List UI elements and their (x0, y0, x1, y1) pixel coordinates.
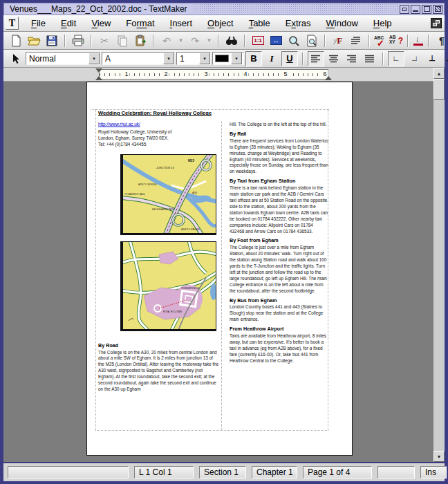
bold-button[interactable]: B (245, 51, 262, 66)
rhul-hyperlink[interactable]: http://www.rhul.ac.uk/ (98, 122, 140, 128)
menu-object[interactable]: Object (200, 16, 241, 30)
map-label-staines: A308 TO STAINES (181, 228, 200, 231)
zoom-100-button[interactable]: 1:1 (250, 33, 266, 48)
new-document-icon (10, 35, 22, 47)
insert-field-button[interactable]: yF (330, 33, 346, 48)
copy-button[interactable] (114, 33, 131, 48)
status-line-col-field[interactable]: L 1 Col 1 (134, 466, 194, 478)
menu-edit[interactable]: Edit (53, 16, 84, 30)
font-select[interactable]: A ▾ (102, 52, 175, 65)
document-restore-button[interactable] (431, 18, 442, 28)
paste-button[interactable] (132, 33, 149, 48)
chevron-down-icon[interactable]: ▾ (231, 53, 242, 64)
left-indent-marker[interactable] (95, 76, 102, 80)
tab-left-button[interactable]: ∟ (388, 51, 404, 66)
italic-button[interactable]: I (263, 51, 280, 66)
section-text-by-road: The College is on the A30, 20 miles from… (98, 350, 220, 393)
status-section-field[interactable]: Section 1 (199, 466, 246, 478)
redo-button[interactable]: ↷ (187, 33, 203, 48)
menu-help[interactable]: Help (366, 16, 400, 30)
menu-window[interactable]: Window (319, 16, 366, 30)
menu-table[interactable]: Table (241, 16, 278, 30)
vertical-scrollbar[interactable]: ▲ ▼ (433, 68, 445, 462)
scrollbar-thumb[interactable] (433, 79, 445, 100)
status-insert-mode-field[interactable]: Ins (420, 466, 447, 478)
cut-button[interactable]: ✂ (96, 33, 113, 48)
format-toolbar: Normal ▾ A ▾ 1 ▾ ▾ B I U ∟ ∟ ⊥ ⊥. (3, 50, 445, 68)
print-button[interactable] (70, 33, 86, 48)
right-column: Hill. The College is on the left at the … (230, 122, 328, 364)
scroll-up-button[interactable]: ▲ (433, 68, 445, 79)
shade-button[interactable] (400, 5, 409, 14)
object-mode-button[interactable] (8, 51, 24, 66)
horizontal-ruler[interactable]: 1 2 3 4 5 6 (99, 69, 328, 80)
map-campus-object[interactable]: ROYAL HOLLOWAY FOUNDER'S BLDG (120, 241, 216, 331)
shade-icon (402, 8, 407, 11)
system-menu-button[interactable]: T (6, 17, 19, 30)
tab-decimal-button[interactable]: ⊥. (442, 51, 448, 66)
paragraph-format-button[interactable] (348, 33, 364, 48)
maximize-button[interactable] (422, 5, 431, 14)
zoom-100-icon: 1:1 (252, 36, 264, 45)
align-justify-button[interactable] (362, 51, 378, 66)
open-button[interactable] (26, 33, 42, 48)
document-page[interactable]: Wedding Celebration: Royal Holloway Coll… (86, 82, 353, 456)
menu-format[interactable]: Format (118, 16, 162, 30)
section-heading-heathrow: From Heathrow Airport (230, 326, 328, 333)
minimize-button[interactable] (411, 5, 420, 14)
fit-width-button[interactable]: ↔ (268, 33, 284, 48)
ruler-number: 4 (242, 71, 248, 77)
section-heading-by-taxi: By Taxi from Egham Station (230, 178, 328, 185)
map-junction13-object[interactable]: M25 JUNCTION 13 A30 A320 TO WOKING TO BA… (120, 154, 216, 235)
translate-button[interactable]: ABXY? (389, 35, 403, 47)
new-document-button[interactable] (8, 33, 24, 48)
map-label-junction: JUNCTION 13 (156, 166, 175, 169)
save-button[interactable] (44, 33, 60, 48)
tab-center-button[interactable]: ⊥ (424, 51, 440, 66)
undo-dropdown-button[interactable]: ▾ (176, 33, 185, 48)
underline-button[interactable]: U (281, 51, 298, 66)
menu-file[interactable]: File (24, 16, 53, 30)
menu-view[interactable]: View (84, 16, 118, 30)
bold-icon: B (250, 53, 256, 64)
undo-icon: ↶ (162, 36, 171, 46)
insert-footnote-button[interactable]: ↓ (413, 35, 424, 46)
font-color-select[interactable]: ▾ (212, 52, 244, 65)
align-left-button[interactable] (308, 51, 324, 66)
close-button[interactable] (433, 5, 442, 14)
chevron-down-icon[interactable]: ▾ (163, 53, 174, 64)
ruler-number: 3 (203, 71, 209, 77)
scroll-down-button[interactable]: ▼ (433, 451, 445, 462)
undo-button[interactable]: ↶ (158, 33, 175, 48)
right-indent-marker[interactable] (325, 76, 332, 80)
font-size-select[interactable]: 1 ▾ (176, 52, 211, 65)
align-center-icon (329, 55, 339, 63)
align-center-button[interactable] (326, 51, 342, 66)
paragraph-style-select[interactable]: Normal ▾ (26, 52, 100, 65)
tab-right-button[interactable]: ∟ (406, 51, 422, 66)
print-preview-icon (306, 35, 318, 47)
spellcheck-button[interactable]: ABC✓ (374, 35, 388, 47)
footnote-icon: ↓ (416, 35, 420, 43)
up-arrow-icon: ▲ (437, 71, 442, 76)
menu-extras[interactable]: Extras (278, 16, 319, 30)
section-text-heathrow: Taxis are available from Heathrow airpor… (230, 333, 328, 364)
align-right-button[interactable] (344, 51, 360, 66)
formatting-marks-button[interactable]: ¶ (433, 33, 448, 48)
section-heading-by-road: By Road (98, 343, 220, 349)
toolbar-separator (218, 35, 219, 47)
chevron-down-icon[interactable]: ▾ (88, 53, 100, 64)
first-line-indent-marker[interactable] (95, 68, 102, 73)
translate-icon: AB (389, 35, 395, 39)
toolbar-separator (407, 35, 409, 47)
find-button[interactable] (223, 33, 240, 48)
zoom-button[interactable] (286, 33, 302, 48)
status-chapter-field[interactable]: Chapter 1 (252, 466, 297, 478)
status-page-field[interactable]: Page 1 of 4 (303, 466, 372, 478)
menu-insert[interactable]: Insert (162, 16, 200, 30)
chevron-down-icon[interactable]: ▾ (199, 53, 210, 64)
title-bar[interactable]: Venues___Maps_22_Oct_2002.doc - TextMake… (3, 3, 445, 15)
print-preview-button[interactable] (304, 33, 320, 48)
redo-dropdown-button[interactable]: ▾ (205, 33, 214, 48)
paste-clipboard-icon (134, 35, 147, 47)
